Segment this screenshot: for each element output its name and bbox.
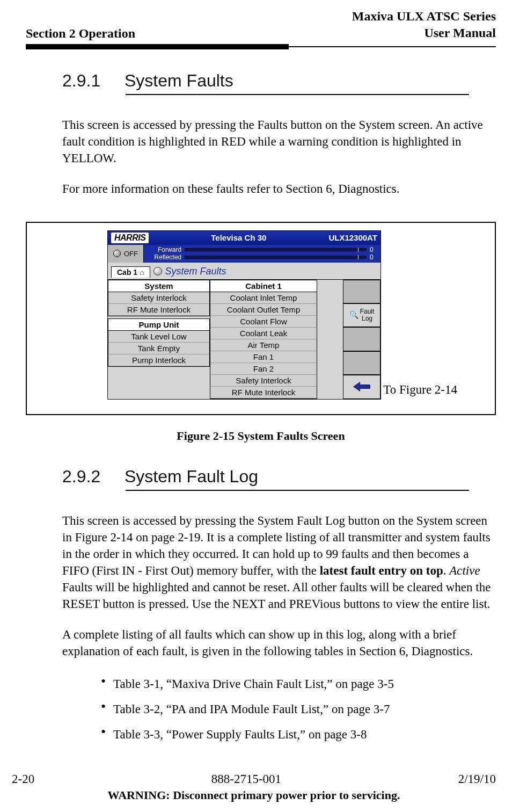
status-led-icon bbox=[153, 267, 162, 276]
revision-date: 2/19/10 bbox=[458, 772, 496, 786]
cabinet-header: Cabinet 1 bbox=[210, 280, 317, 292]
sec2-para1: This screen is accessed by pressing the … bbox=[62, 512, 492, 612]
forward-bar bbox=[185, 248, 367, 251]
emphasis-italic: Active bbox=[449, 564, 480, 577]
off-led-icon bbox=[113, 250, 121, 257]
list-item: • Table 3-2, “PA and IPA Module Fault Li… bbox=[101, 700, 496, 720]
fault-item: Safety Interlock bbox=[108, 292, 209, 304]
shot-main: System Safety Interlock RF Mute Interloc… bbox=[108, 279, 380, 399]
home-icon: ⌂ bbox=[140, 268, 144, 277]
reflected-label: Reflected bbox=[147, 253, 181, 261]
sec1-para2: For more information on these faults ref… bbox=[62, 180, 492, 197]
fault-item: Pump Interlock bbox=[108, 354, 209, 366]
list-item: • Table 3-1, “Maxiva Drive Chain Fault L… bbox=[101, 675, 496, 694]
magnifier-icon: 🔍 bbox=[349, 311, 358, 319]
section-number: 2.9.1 bbox=[62, 71, 105, 91]
text-run: . bbox=[443, 564, 450, 577]
side-buttons: 🔍 Fault Log bbox=[343, 280, 380, 399]
figure-annotation: To Figure 2-14 bbox=[383, 383, 457, 397]
section-rule bbox=[126, 490, 469, 491]
fault-item: Fan 1 bbox=[210, 351, 317, 363]
system-faults-screenshot: HARRIS Televisa Ch 30 ULX12300AT OFF For… bbox=[107, 230, 381, 400]
reflected-bar bbox=[185, 256, 367, 259]
shot-statusbar: OFF Forward 0 Reflected 0 bbox=[108, 245, 380, 263]
screen-title: System Faults bbox=[153, 265, 226, 279]
fault-item: Air Temp bbox=[210, 339, 317, 351]
side-button-empty[interactable] bbox=[343, 327, 380, 351]
shot-tabbar: Cab 1 ⌂ System Faults bbox=[108, 263, 380, 279]
fault-item: Tank Empty bbox=[108, 343, 209, 354]
fault-item: Coolant Inlet Temp bbox=[210, 292, 317, 304]
fault-columns: System Safety Interlock RF Mute Interloc… bbox=[108, 280, 343, 399]
fault-log-label: Fault Log bbox=[360, 308, 375, 322]
fault-item: Tank Level Low bbox=[108, 331, 209, 343]
text-run: Faults will be highlighted and cannot be… bbox=[62, 581, 491, 611]
section-title: System Fault Log bbox=[125, 467, 258, 487]
fault-item: Safety Interlock bbox=[210, 375, 317, 387]
off-indicator: OFF bbox=[108, 245, 144, 263]
table-reference-list: • Table 3-1, “Maxiva Drive Chain Fault L… bbox=[101, 675, 496, 744]
back-button[interactable] bbox=[343, 375, 380, 398]
pump-group: Pump Unit Tank Level Low Tank Empty Pump… bbox=[108, 318, 210, 367]
cabinet-group: Cabinet 1 Coolant Inlet Temp Coolant Out… bbox=[210, 280, 317, 399]
tab-cab1[interactable]: Cab 1 ⌂ bbox=[111, 266, 150, 278]
system-header: System bbox=[108, 280, 209, 292]
shot-model: ULX12300AT bbox=[328, 233, 377, 242]
header-rule-thin bbox=[26, 46, 496, 47]
doc-type: User Manual bbox=[352, 25, 496, 41]
shot-titlebar: HARRIS Televisa Ch 30 ULX12300AT bbox=[108, 231, 380, 245]
screen-title-text: System Faults bbox=[165, 266, 226, 277]
bullet-icon: • bbox=[101, 700, 106, 720]
section-2-9-2-heading: 2.9.2 System Fault Log bbox=[62, 467, 496, 487]
side-button-empty[interactable] bbox=[343, 351, 380, 375]
section-2-9-1-heading: 2.9.1 System Faults bbox=[62, 71, 496, 91]
list-item-text: Table 3-3, “Power Supply Faults List,” o… bbox=[113, 725, 367, 745]
pump-header: Pump Unit bbox=[108, 319, 209, 331]
forward-value: 0 bbox=[370, 246, 377, 253]
sec1-para1: This screen is accessed by pressing the … bbox=[62, 117, 492, 166]
side-button-empty[interactable] bbox=[343, 280, 380, 303]
section-header: Section 2 Operation bbox=[26, 26, 135, 41]
figure-frame: HARRIS Televisa Ch 30 ULX12300AT OFF For… bbox=[26, 222, 496, 415]
section-number: 2.9.2 bbox=[62, 467, 105, 487]
emphasis-strong: latest fault entry on top bbox=[320, 564, 443, 577]
fault-item: RF Mute Interlock bbox=[210, 387, 317, 398]
page-footer: 2-20 888-2715-001 2/19/10 WARNING: Disco… bbox=[0, 772, 527, 802]
list-item-text: Table 3-1, “Maxiva Drive Chain Fault Lis… bbox=[113, 675, 394, 694]
fault-log-button[interactable]: 🔍 Fault Log bbox=[343, 303, 380, 327]
system-group: System Safety Interlock RF Mute Interloc… bbox=[108, 280, 210, 316]
document-number: 888-2715-001 bbox=[211, 772, 281, 786]
tab-label: Cab 1 bbox=[117, 268, 137, 277]
product-name: Maxiva ULX ATSC Series bbox=[352, 9, 496, 24]
warning-text: WARNING: Disconnect primary power prior … bbox=[12, 788, 496, 802]
list-item: • Table 3-3, “Power Supply Faults List,”… bbox=[101, 725, 496, 745]
reflected-value: 0 bbox=[370, 253, 377, 261]
fault-item: Coolant Flow bbox=[210, 316, 317, 328]
section-title: System Faults bbox=[125, 71, 233, 91]
figure-caption: Figure 2-15 System Faults Screen bbox=[26, 429, 496, 443]
fault-item: Coolant Outlet Temp bbox=[210, 304, 317, 316]
harris-logo: HARRIS bbox=[111, 233, 149, 243]
shot-title: Televisa Ch 30 bbox=[164, 233, 313, 242]
page-number: 2-20 bbox=[12, 772, 34, 786]
sec2-para2: A complete listing of all faults which c… bbox=[62, 626, 492, 659]
fault-item: Fan 2 bbox=[210, 363, 317, 375]
list-item-text: Table 3-2, “PA and IPA Module Fault List… bbox=[113, 700, 390, 720]
off-label: OFF bbox=[124, 250, 138, 258]
bullet-icon: • bbox=[101, 725, 106, 745]
fault-item: RF Mute Interlock bbox=[108, 304, 209, 316]
back-arrow-icon bbox=[353, 381, 371, 393]
power-meters: Forward 0 Reflected 0 bbox=[144, 245, 380, 263]
bullet-icon: • bbox=[101, 675, 106, 694]
section-rule bbox=[126, 94, 469, 95]
forward-label: Forward bbox=[147, 246, 181, 253]
fault-item: Coolant Leak bbox=[210, 328, 317, 339]
